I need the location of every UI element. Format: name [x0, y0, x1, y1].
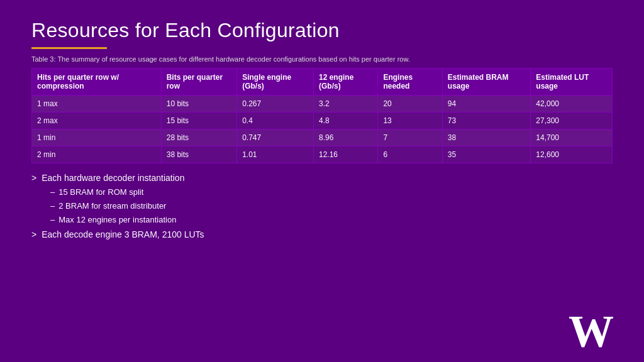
cell-3-3: 12.16 [313, 146, 377, 163]
table-row: 1 min28 bits0.7478.9673814,700 [32, 129, 613, 146]
arrow-icon-2: > [31, 228, 36, 241]
bullet-list: > Each hardware decoder instantiation – … [31, 171, 613, 241]
col-header-4: Engines needed [378, 69, 442, 96]
cell-2-2: 0.747 [237, 129, 314, 146]
bullet-sub-2: – 2 BRAM for stream distributer [50, 200, 613, 213]
uw-w-letter: W [569, 306, 611, 356]
arrow-icon-1: > [31, 171, 36, 185]
bullet-main-2-text: Each decode engine 3 BRAM, 2100 LUTs [42, 228, 204, 241]
cell-1-4: 13 [378, 112, 442, 129]
cell-3-6: 12,600 [531, 146, 613, 163]
cell-1-2: 0.4 [237, 112, 314, 129]
cell-3-2: 1.01 [237, 146, 314, 163]
page-title: Resources for Each Configuration [31, 19, 613, 42]
cell-2-1: 28 bits [161, 129, 236, 146]
cell-2-4: 7 [378, 129, 442, 146]
bullet-sub-1: – 15 BRAM for ROM split [50, 186, 613, 199]
cell-0-1: 10 bits [161, 96, 236, 112]
cell-2-0: 1 min [32, 129, 162, 146]
table-header-row: Hits per quarter row w/ compression Bits… [32, 69, 613, 96]
cell-2-5: 38 [442, 129, 530, 146]
cell-1-3: 4.8 [313, 112, 377, 129]
resource-table: Hits per quarter row w/ compression Bits… [31, 68, 613, 163]
bullet-sub-3: – Max 12 engines per instantiation [50, 214, 613, 227]
col-header-3: 12 engine (Gb/s) [313, 69, 377, 96]
bullet-main-2: > Each decode engine 3 BRAM, 2100 LUTs [31, 228, 613, 241]
col-header-2: Single engine (Gb/s) [237, 69, 314, 96]
cell-0-6: 42,000 [531, 96, 613, 112]
bullet-sub-3-text: Max 12 engines per instantiation [58, 214, 176, 227]
col-header-1: Bits per quarter row [161, 69, 236, 96]
cell-0-5: 94 [442, 96, 530, 112]
dash-icon-1: – [50, 186, 55, 199]
cell-1-6: 27,300 [531, 112, 613, 129]
cell-1-1: 15 bits [161, 112, 236, 129]
cell-0-2: 0.267 [237, 96, 314, 112]
cell-3-1: 38 bits [161, 146, 236, 163]
cell-0-4: 20 [378, 96, 442, 112]
bullet-main-1: > Each hardware decoder instantiation [31, 171, 613, 185]
cell-2-6: 14,700 [531, 129, 613, 146]
bullet-sub-1-text: 15 BRAM for ROM split [58, 186, 143, 199]
col-header-5: Estimated BRAM usage [442, 69, 530, 96]
cell-3-5: 35 [442, 146, 530, 163]
cell-1-0: 2 max [32, 112, 162, 129]
title-underline [31, 47, 107, 49]
slide-container: Resources for Each Configuration Table 3… [0, 0, 644, 362]
table-row: 1 max10 bits0.2673.2209442,000 [32, 96, 613, 112]
cell-1-5: 73 [442, 112, 530, 129]
cell-0-3: 3.2 [313, 96, 377, 112]
dash-icon-3: – [50, 214, 55, 227]
table-caption: Table 3: The summary of resource usage c… [31, 55, 613, 63]
bullet-main-1-text: Each hardware decoder instantiation [42, 171, 184, 185]
uw-logo: W [569, 309, 619, 353]
cell-0-0: 1 max [32, 96, 162, 112]
cell-3-0: 2 min [32, 146, 162, 163]
col-header-0: Hits per quarter row w/ compression [32, 69, 162, 96]
table-row: 2 max15 bits0.44.8137327,300 [32, 112, 613, 129]
cell-2-3: 8.96 [313, 129, 377, 146]
bullet-sub-2-text: 2 BRAM for stream distributer [58, 200, 166, 213]
cell-3-4: 6 [378, 146, 442, 163]
col-header-6: Estimated LUT usage [531, 69, 613, 96]
dash-icon-2: – [50, 200, 55, 213]
table-row: 2 min38 bits1.0112.1663512,600 [32, 146, 613, 163]
